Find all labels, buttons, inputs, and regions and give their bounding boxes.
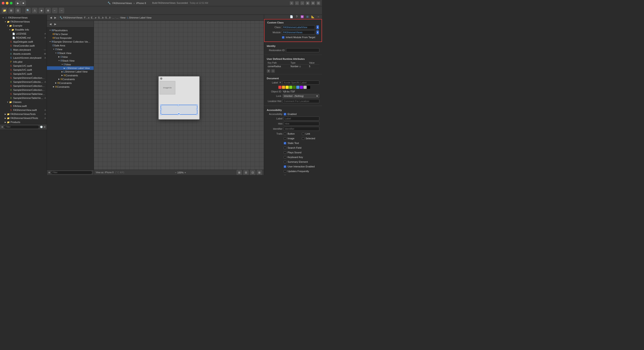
trait-search-field-checkbox[interactable] <box>284 147 286 149</box>
acc-label-input[interactable] <box>284 117 319 121</box>
trait-user-interaction[interactable]: User Interaction Enabled <box>284 165 319 168</box>
sb-item-placeholders[interactable]: ▾ ⊞ Placeholders <box>47 28 94 32</box>
disclosure-icon[interactable]: ▶ <box>58 78 60 81</box>
sb-item-shimmer-label-view[interactable]: ▶ L Shimmer Label View <box>47 66 94 70</box>
handle-tm[interactable] <box>178 104 179 106</box>
accessibility-enabled-row[interactable]: Accessibility Enabled <box>267 112 319 116</box>
sidebar-item-readme-info[interactable]: ▾ 📁 ReadMe Info <box>0 28 47 32</box>
breadcrumb-dots2[interactable]: … <box>116 16 118 19</box>
trait-link[interactable]: Link <box>302 132 320 136</box>
acc-hint-input[interactable] <box>284 122 319 126</box>
inspector-conn-btn[interactable]: → <box>316 15 320 19</box>
panel-btn3[interactable]: ⊡ <box>317 1 320 5</box>
source-btn[interactable]: ⊞ <box>8 8 14 13</box>
warning-btn[interactable]: ⚠ <box>32 8 37 13</box>
sb-item-constraints3[interactable]: ▶ ⊞ Constraints <box>47 81 94 85</box>
trait-button-checkbox[interactable] <box>284 133 286 135</box>
trait-starts-media[interactable]: Starts Media Session <box>284 174 319 175</box>
zoom-minus-btn[interactable]: − <box>175 171 176 174</box>
breadcrumb-sb[interactable]: S…b <box>98 16 104 19</box>
trait-search-field[interactable]: Search Field <box>284 146 319 150</box>
disclosure-icon[interactable]: ▾ <box>4 20 7 23</box>
disclosure-icon[interactable]: ▾ <box>54 52 57 54</box>
sidebar-item-fashimmerview[interactable]: S FAShimmerView.swift A <box>0 108 47 112</box>
sidebar-item-sample3vc[interactable]: S Sample3VC.swift <box>0 72 47 76</box>
sidebar-item-products[interactable]: ▶ 📁 Products <box>0 120 47 124</box>
sidebar-item-sampleshimmercollectionviewcell[interactable]: S SampleShimmerCollectionViewCell.swift <box>0 76 47 80</box>
trait-selected[interactable]: Selected <box>302 137 320 140</box>
module-input[interactable] <box>282 30 315 34</box>
localizer-input[interactable] <box>283 99 319 103</box>
sb-back-btn[interactable]: ◀ <box>48 22 52 26</box>
sb-item-stack-view2[interactable]: ▾ ⊟ Stack View <box>47 59 94 62</box>
sidebar-item-launchscreen[interactable]: S LaunchScreen.storyboard A <box>0 56 47 60</box>
swatch-blue[interactable] <box>296 86 300 89</box>
doc-x-btn[interactable]: ✕ <box>279 81 282 84</box>
device-close-btn[interactable] <box>160 77 162 80</box>
breadcrumb-fs[interactable]: F…s <box>84 16 89 19</box>
stop-button[interactable]: ■ <box>20 0 26 6</box>
panel-btn1[interactable]: ⊞ <box>306 1 310 5</box>
disclosure-icon[interactable]: ▾ <box>61 63 64 66</box>
swatch-green[interactable] <box>289 86 292 89</box>
disclosure-icon[interactable]: ▾ <box>49 40 52 43</box>
disclosure-icon[interactable]: ▾ <box>6 101 9 103</box>
sidebar-item-infoplist[interactable]: P Info.plist <box>0 60 47 64</box>
sidebar-item-sampleshimmercvc1[interactable]: S SampleShimmerCollectionViewCell1.swift <box>0 84 47 88</box>
navigator-toggle[interactable]: ≡ <box>290 1 294 5</box>
fullscreen-button[interactable] <box>10 2 12 4</box>
trait-summary-element-checkbox[interactable] <box>284 161 286 163</box>
trait-plays-sound[interactable]: Plays Sound <box>284 151 319 154</box>
trait-link-checkbox[interactable] <box>302 133 304 135</box>
inspector-help-btn[interactable]: ? <box>295 15 299 19</box>
trait-summary-element[interactable]: Summary Element <box>284 160 319 164</box>
inspector-identity-btn[interactable]: 🆔 <box>300 15 304 19</box>
disclosure-icon[interactable]: ▶ <box>61 74 64 77</box>
close-button[interactable] <box>2 2 4 4</box>
zoom-plus-btn[interactable]: + <box>184 171 186 174</box>
disclosure-icon[interactable]: ▶ <box>54 82 57 84</box>
sb-item-stack-view[interactable]: ▾ ⊟ Stack View <box>47 51 94 55</box>
swatch-red[interactable] <box>278 86 282 89</box>
breadcrumb-shimmer-label[interactable]: L Shimmer Label View <box>127 16 152 19</box>
sb-item-constraints4[interactable]: ▶ ⊞ Constraints <box>47 85 94 89</box>
sidebar-item-viewcontroller[interactable]: S ViewController.swift <box>0 44 47 48</box>
sb-item-shimmer-label-view2[interactable]: ▶ L Shimmer Label View <box>47 70 94 73</box>
sidebar-item-sample2vc[interactable]: S Sample2VC.swift <box>0 68 47 72</box>
disclosure-icon[interactable]: ▾ <box>2 16 4 19</box>
swatch-black[interactable] <box>307 86 310 89</box>
sidebar-item-main-storyboard[interactable]: S Main.storyboard — <box>0 48 47 52</box>
sidebar-item-assets[interactable]: A Assets.xcassets M <box>0 52 47 56</box>
inherit-row[interactable]: Inherit Module From Target <box>267 35 319 39</box>
play-button[interactable]: ▶ <box>15 0 20 6</box>
back-nav[interactable]: ← <box>52 8 58 13</box>
trait-plays-sound-checkbox[interactable] <box>284 151 286 154</box>
inspector-size-btn[interactable]: 📐 <box>311 15 315 19</box>
breadcrumb-view[interactable]: View <box>120 16 126 19</box>
storyboard-filter-input[interactable] <box>51 171 92 174</box>
accessibility-enabled-checkbox[interactable] <box>284 113 286 115</box>
trait-image-checkbox[interactable] <box>284 137 286 140</box>
sidebar-item-appdelegate[interactable]: S AppDelegate.swift <box>0 40 47 44</box>
inspector-file-btn[interactable]: 📄 <box>289 15 294 19</box>
center-handle[interactable] <box>178 113 180 115</box>
sb-item-files-owner[interactable]: ⊛ File's Owner <box>47 32 94 36</box>
disclosure-icon[interactable]: ▶ <box>4 117 7 119</box>
selected-shimmer-view[interactable] <box>160 105 198 115</box>
disclosure-icon[interactable]: ▶ <box>58 56 60 58</box>
breadcrumb-dots1[interactable]: … <box>112 16 114 19</box>
diff-btn[interactable]: ⊟ <box>15 8 20 13</box>
disclosure-icon[interactable]: ▶ <box>61 70 64 73</box>
swatch-yellow[interactable] <box>286 86 289 89</box>
sidebar-filter-input[interactable] <box>4 125 39 129</box>
handle-ml[interactable] <box>160 109 162 110</box>
diamond-btn[interactable]: ◈ <box>39 8 44 13</box>
swatch-orange[interactable] <box>282 86 285 89</box>
breadcrumb-back[interactable]: ◀ <box>49 16 53 20</box>
minimize-button[interactable] <box>6 2 8 4</box>
trait-user-interaction-checkbox[interactable] <box>284 166 286 168</box>
canvas-btn2[interactable]: ⊟ <box>243 170 249 175</box>
inherit-checkbox[interactable] <box>282 36 284 39</box>
udr-remove-btn[interactable]: − <box>271 69 275 73</box>
disclosure-icon[interactable]: ▾ <box>49 29 52 32</box>
